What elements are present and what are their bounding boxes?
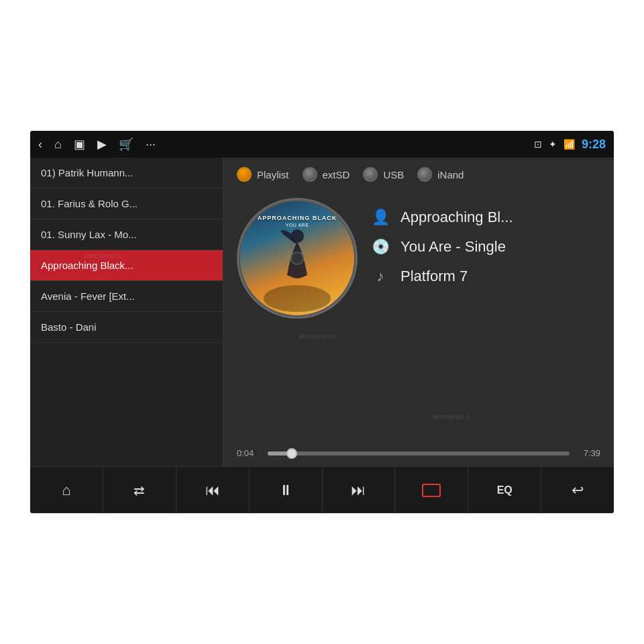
source-tab-inand[interactable]: iNand xyxy=(417,167,464,182)
back-nav-icon[interactable]: ‹ xyxy=(38,138,42,152)
source-label-extsd: extSD xyxy=(323,169,350,180)
pause-button[interactable]: ⏸ xyxy=(250,467,323,513)
source-tab-playlist[interactable]: Playlist xyxy=(237,167,289,182)
wifi-icon: 📶 xyxy=(564,139,575,150)
album-center-hole xyxy=(290,252,304,265)
back-icon: ↩ xyxy=(572,482,584,499)
artist-name: Approaching Bl... xyxy=(400,209,513,226)
time-current: 0:04 xyxy=(237,448,261,458)
pause-icon: ⏸ xyxy=(278,482,293,499)
time-total: 7:39 xyxy=(576,448,600,458)
shopping-icon[interactable]: 🛒 xyxy=(119,137,133,152)
source-label-inand: iNand xyxy=(437,169,464,180)
shuffle-icon: ⇄ xyxy=(133,482,145,498)
source-label-playlist: Playlist xyxy=(257,169,289,180)
eq-label: EQ xyxy=(497,484,513,496)
repeat-icon xyxy=(422,484,441,497)
source-tab-usb[interactable]: USB xyxy=(363,167,404,182)
artist-icon: 👤 xyxy=(371,209,390,226)
svg-point-0 xyxy=(264,285,331,312)
status-bar: ‹ ⌂ ▣ ▶ 🛒 ··· ⊡ ✦ 📶 9:28 xyxy=(30,131,614,158)
source-dot-inand xyxy=(417,167,432,182)
playlist-item-2[interactable]: 01. Farius & Rolo G... xyxy=(30,189,223,219)
prev-button[interactable]: ⏮ xyxy=(176,467,250,513)
home-button[interactable]: ⌂ xyxy=(30,467,103,513)
source-dot-usb xyxy=(363,167,378,182)
video-icon[interactable]: ▶ xyxy=(97,137,107,152)
album-icon: 💿 xyxy=(371,238,390,256)
platform-name: Platform 7 xyxy=(400,268,468,285)
more-icon[interactable]: ··· xyxy=(146,138,156,152)
source-dot-extsd xyxy=(303,167,317,182)
shuffle-button[interactable]: ⇄ xyxy=(103,467,176,513)
playlist-item-5[interactable]: Avenia - Fever [Ext... xyxy=(30,281,223,312)
artist-row: 👤 Approaching Bl... xyxy=(371,209,600,226)
controls-bar: ⌂ ⇄ ⏮ ⏸ ⏭ EQ ↩ xyxy=(30,466,614,513)
progress-track[interactable] xyxy=(268,451,570,455)
playlist-item-3[interactable]: 01. Sunny Lax - Mo... xyxy=(30,219,223,250)
cast-icon: ⊡ xyxy=(534,139,542,150)
home-nav-icon[interactable]: ⌂ xyxy=(54,138,62,152)
clock: 9:28 xyxy=(582,138,606,152)
prev-icon: ⏮ xyxy=(205,482,220,499)
source-dot-playlist xyxy=(237,167,252,182)
music-icon: ♪ xyxy=(371,268,390,285)
main-content: 01) Patrik Humann... 01. Farius & Rolo G… xyxy=(30,158,614,466)
playlist-item-1[interactable]: 01) Patrik Humann... xyxy=(30,158,223,189)
repeat-button[interactable] xyxy=(395,467,468,513)
playlist-sidebar: 01) Patrik Humann... 01. Farius & Rolo G… xyxy=(30,158,223,466)
status-right: ⊡ ✦ 📶 9:28 xyxy=(534,138,606,152)
bluetooth-icon: ✦ xyxy=(549,139,557,150)
album-art: APPROACHING BLACK YOU ARE xyxy=(237,198,358,319)
back-button[interactable]: ↩ xyxy=(541,467,614,513)
progress-section: 0:04 7:39 xyxy=(223,441,614,466)
player-body: APPROACHING BLACK YOU ARE xyxy=(223,191,614,441)
source-tabs: Playlist extSD USB iNand xyxy=(223,158,614,191)
source-label-usb: USB xyxy=(383,169,404,180)
playlist-item-6[interactable]: Basto - Dani xyxy=(30,312,223,343)
source-tab-extsd[interactable]: extSD xyxy=(303,167,350,182)
album-row: 💿 You Are - Single xyxy=(371,238,600,256)
progress-thumb[interactable] xyxy=(286,448,297,459)
player-panel: Playlist extSD USB iNand xyxy=(223,158,614,466)
home-button-icon: ⌂ xyxy=(62,482,70,499)
platform-row: ♪ Platform 7 xyxy=(371,268,600,285)
track-info: 👤 Approaching Bl... 💿 You Are - Single ♪… xyxy=(371,198,600,285)
playlist-item-4[interactable]: Approaching Black... xyxy=(30,250,223,281)
eq-button[interactable]: EQ xyxy=(468,467,541,513)
device-frame: ‹ ⌂ ▣ ▶ 🛒 ··· ⊡ ✦ 📶 9:28 01) Patrik Huma… xyxy=(30,131,614,513)
album-name: You Are - Single xyxy=(400,238,506,256)
next-button[interactable]: ⏭ xyxy=(323,467,396,513)
next-icon: ⏭ xyxy=(351,482,366,499)
nav-icons: ‹ ⌂ ▣ ▶ 🛒 ··· xyxy=(38,137,156,152)
recents-nav-icon[interactable]: ▣ xyxy=(74,137,85,152)
